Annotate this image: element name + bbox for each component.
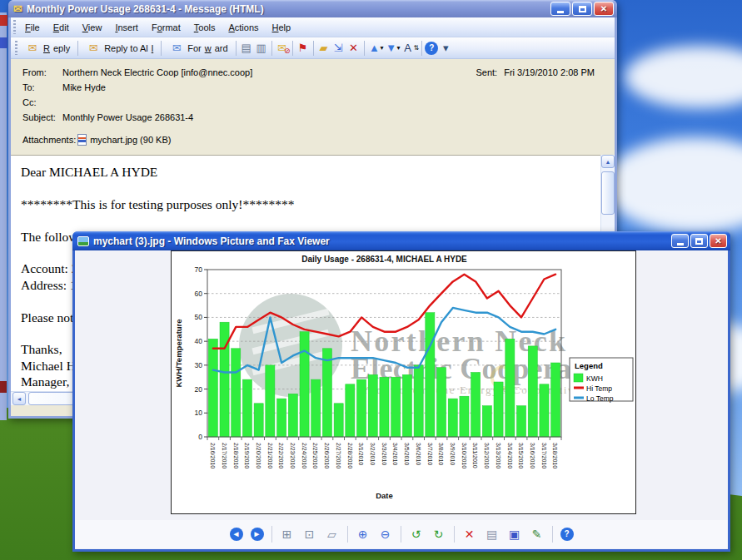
svg-text:3/15/2010: 3/15/2010: [518, 443, 524, 468]
svg-text:3/12/2010: 3/12/2010: [484, 443, 490, 468]
close-button[interactable]: ✕: [710, 234, 727, 248]
reply-icon: ✉: [25, 42, 40, 54]
toolbar-grip[interactable]: [15, 41, 17, 56]
menu-item-help[interactable]: Help: [266, 20, 298, 35]
scroll-left-button[interactable]: ◄: [12, 392, 26, 405]
subject-label: Subject:: [22, 112, 62, 122]
scroll-thumb[interactable]: [601, 171, 615, 215]
next-image-button[interactable]: ►: [251, 528, 264, 541]
toolbar-options-icon[interactable]: ▾: [438, 42, 453, 54]
svg-text:20: 20: [195, 385, 203, 394]
svg-text:30: 30: [195, 361, 203, 369]
menu-item-tools[interactable]: Tools: [187, 20, 222, 35]
print-button[interactable]: ▤: [485, 527, 500, 542]
cloud: [604, 137, 742, 233]
toolbar-separator: [77, 41, 78, 56]
viewer-window-title: mychart (3).jpg - Windows Picture and Fa…: [93, 235, 671, 247]
svg-text:3/4/2010: 3/4/2010: [392, 443, 398, 465]
help-button[interactable]: ?: [560, 528, 574, 541]
email-title-bar[interactable]: ✉ Monthly Power Usage 268631-4 - Message…: [8, 0, 617, 17]
menu-item-insert[interactable]: Insert: [108, 20, 145, 35]
delete-button[interactable]: ✕: [462, 527, 477, 542]
toolbar-separator: [161, 41, 162, 56]
svg-text:2/27/2010: 2/27/2010: [336, 443, 341, 468]
svg-text:2/23/2010: 2/23/2010: [290, 443, 296, 468]
close-button[interactable]: ✕: [594, 2, 614, 16]
copy-icon[interactable]: ▥: [254, 42, 269, 54]
chart-image: Northern NeckElectric CooperativeYour To…: [171, 250, 636, 514]
attachment-name[interactable]: mychart.jpg (90 KB): [90, 135, 171, 145]
toolbar-separator: [454, 526, 455, 543]
email-window-title: Monthly Power Usage 268631-4 - Message (…: [27, 3, 550, 15]
move-to-folder-icon[interactable]: ⇲: [331, 42, 346, 54]
svg-text:70: 70: [195, 265, 203, 274]
block-sender-icon[interactable]: ✉⊘: [275, 42, 290, 54]
svg-text:3/17/2010: 3/17/2010: [541, 443, 547, 468]
minimize-button[interactable]: [671, 234, 689, 248]
menu-item-file[interactable]: File: [18, 20, 47, 35]
svg-text:Lo Temp: Lo Temp: [586, 394, 614, 403]
previous-item-icon[interactable]: ▲: [367, 42, 382, 54]
menu-item-edit[interactable]: Edit: [47, 20, 76, 35]
actual-size-button[interactable]: ⊡: [302, 527, 317, 542]
svg-text:3/11/2010: 3/11/2010: [472, 443, 478, 468]
cc-label: Cc:: [22, 97, 62, 107]
scroll-up-button[interactable]: ▲: [601, 155, 615, 168]
svg-text:2/24/2010: 2/24/2010: [301, 443, 307, 468]
forward-icon: ✉: [169, 42, 184, 54]
reply-button[interactable]: ✉Reply: [20, 40, 75, 56]
svg-text:Daily Usage - 268631-4, MICHAE: Daily Usage - 268631-4, MICHAEL A HYDE: [301, 255, 467, 264]
best-fit-button[interactable]: ⊞: [280, 527, 295, 542]
print-icon[interactable]: ▤: [239, 42, 254, 54]
viewer-toolbar: ◄►⊞⊡▱⊕⊖↺↻✕▤▣✎?: [75, 520, 728, 548]
background-fragment: [0, 12, 7, 420]
menu-item-format[interactable]: Format: [145, 20, 187, 35]
forward-button[interactable]: ✉Forward: [164, 40, 232, 56]
svg-text:3/18/2010: 3/18/2010: [552, 443, 558, 468]
svg-text:3/9/2010: 3/9/2010: [450, 443, 456, 465]
minimize-button[interactable]: [550, 2, 570, 16]
menu-item-actions[interactable]: Actions: [222, 20, 265, 35]
slideshow-button[interactable]: ▱: [325, 527, 340, 542]
svg-text:2/16/2010: 2/16/2010: [210, 443, 216, 468]
rotate-counterclockwise-button[interactable]: ↺: [409, 527, 424, 542]
next-item-icon[interactable]: ▼: [384, 42, 399, 54]
toolbar-separator: [401, 526, 401, 543]
svg-text:2/28/2010: 2/28/2010: [347, 443, 353, 468]
toolbar-separator: [364, 41, 365, 56]
folder-icon[interactable]: ▰: [316, 42, 331, 54]
rotate-clockwise-button[interactable]: ↻: [431, 527, 446, 542]
toolbar-separator: [347, 526, 348, 543]
svg-text:2/20/2010: 2/20/2010: [256, 443, 261, 468]
reply-to-all-button[interactable]: ✉Reply to All: [81, 40, 158, 56]
email-header: From: Northern Neck Electric Coop [info@…: [11, 59, 615, 155]
save-button[interactable]: ▣: [507, 527, 522, 542]
svg-text:2/21/2010: 2/21/2010: [267, 443, 273, 468]
edit-button[interactable]: ✎: [530, 527, 545, 542]
svg-text:0: 0: [198, 433, 202, 441]
svg-text:KWH: KWH: [586, 374, 603, 383]
text-size-icon[interactable]: A: [401, 42, 416, 54]
svg-text:Date: Date: [376, 491, 393, 500]
delete-icon[interactable]: ✕: [346, 42, 361, 54]
svg-text:40: 40: [195, 337, 203, 345]
maximize-button[interactable]: [572, 2, 592, 16]
svg-text:60: 60: [195, 290, 203, 298]
svg-text:2/18/2010: 2/18/2010: [233, 443, 239, 468]
toolbar-grip[interactable]: [13, 20, 16, 33]
follow-up-flag-icon[interactable]: ⚑: [296, 42, 311, 54]
previous-image-button[interactable]: ◄: [230, 528, 243, 541]
email-menu-bar: FileEditViewInsertFormatToolsActionsHelp: [11, 17, 615, 37]
viewer-client-area: Northern NeckElectric CooperativeYour To…: [75, 250, 728, 520]
zoom-out-button[interactable]: ⊖: [378, 527, 393, 542]
svg-text:2/26/2010: 2/26/2010: [324, 443, 330, 468]
viewer-title-bar[interactable]: mychart (3).jpg - Windows Picture and Fa…: [72, 231, 730, 250]
maximize-button[interactable]: [690, 234, 708, 248]
menu-item-view[interactable]: View: [76, 20, 109, 35]
zoom-in-button[interactable]: ⊕: [356, 527, 371, 542]
svg-text:3/14/2010: 3/14/2010: [507, 443, 513, 468]
svg-text:Legend: Legend: [575, 361, 603, 370]
svg-text:3/2/2010: 3/2/2010: [370, 443, 376, 465]
help-icon[interactable]: ?: [425, 42, 438, 55]
toolbar-separator: [271, 526, 272, 543]
